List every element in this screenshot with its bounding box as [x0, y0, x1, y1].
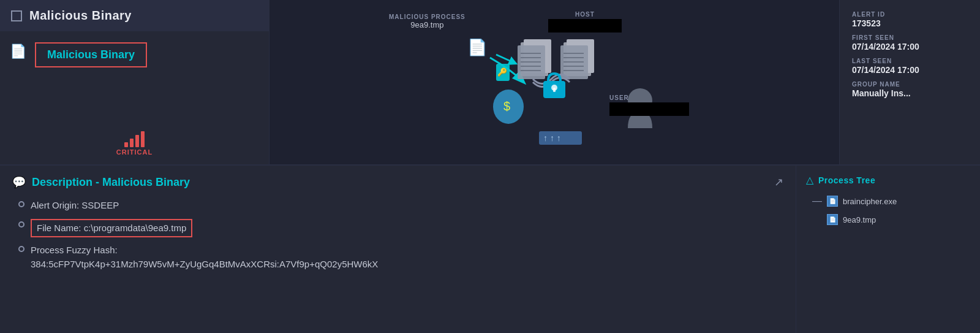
right-panel: ALERT ID 173523 FIRST SEEN 07/14/2024 17… — [839, 0, 980, 164]
alert-id-label: ALERT ID — [852, 11, 968, 18]
svg-point-22 — [493, 90, 524, 124]
critical-label: CRITICAL — [116, 148, 153, 156]
process-tree-title: Process Tree — [818, 175, 875, 185]
desc-item-1: Alert Origin: SSDEEP — [18, 199, 783, 213]
last-seen-label: LAST SEEN — [852, 58, 968, 64]
svg-text:📄: 📄 — [467, 37, 488, 57]
host-label-title: HOST — [548, 11, 622, 18]
bullet-2 — [18, 221, 24, 228]
process-label-title: MALICIOUS PROCESS — [389, 13, 466, 20]
tree-items: — 📄 braincipher.exe 📄 9ea9.tmp — [806, 196, 970, 225]
group-name-row: GROUP NAME Manually Ins... — [852, 81, 968, 98]
first-seen-value: 07/14/2024 17:00 — [852, 42, 968, 52]
svg-rect-4 — [521, 42, 548, 76]
user-label-title: USER — [609, 94, 689, 101]
svg-rect-1 — [496, 64, 510, 81]
viz-container: MALICIOUS PROCESS 9ea9.tmp HOST 📄 🔑 — [377, 9, 732, 156]
braincipher-name: braincipher.exe — [843, 197, 897, 206]
first-seen-label: FIRST SEEN — [852, 34, 968, 41]
critical-bars-icon — [124, 131, 145, 147]
description-icon: 💬 — [12, 175, 26, 189]
first-seen-row: FIRST SEEN 07/14/2024 17:00 — [852, 34, 968, 52]
desc-item-1-text: Alert Origin: SSDEEP — [31, 199, 119, 213]
svg-text:$: $ — [503, 99, 510, 113]
tree-item-braincipher: — 📄 braincipher.exe — [812, 196, 970, 207]
alert-id-value: 173523 — [852, 18, 968, 28]
user-label: USER — [609, 94, 689, 116]
svg-point-20 — [551, 85, 557, 91]
host-label: HOST — [548, 11, 622, 33]
panel-header: Malicious Binary — [0, 0, 269, 31]
tree-icon: △ — [806, 174, 813, 186]
bar-4 — [141, 131, 145, 147]
group-name-value: Manually Ins... — [852, 88, 968, 98]
panel-body: 📄 Malicious Binary — [0, 31, 269, 131]
svg-text:↑ ↑ ↑: ↑ ↑ ↑ — [543, 133, 561, 143]
alert-id-row: ALERT ID 173523 — [852, 11, 968, 28]
svg-rect-3 — [524, 39, 551, 73]
bar-2 — [130, 139, 134, 147]
host-redacted-bar — [548, 19, 622, 33]
group-name-label: GROUP NAME — [852, 81, 968, 88]
left-panel: Malicious Binary 📄 Malicious Binary CRIT… — [0, 0, 270, 164]
description-list: Alert Origin: SSDEEP File Name: c:\progr… — [12, 199, 783, 271]
9ea9-name: 9ea9.tmp — [843, 215, 876, 224]
svg-rect-11 — [567, 39, 594, 73]
expand-icon[interactable]: ↗ — [774, 175, 783, 189]
document-icon: 📄 — [10, 44, 26, 59]
last-seen-value: 07/14/2024 17:00 — [852, 65, 968, 75]
tree-item-9ea9: 📄 9ea9.tmp — [812, 214, 970, 225]
header-checkbox[interactable] — [11, 10, 22, 21]
svg-rect-19 — [543, 81, 565, 98]
svg-text:🔑: 🔑 — [497, 67, 508, 77]
user-redacted-bar — [609, 102, 689, 116]
bar-1 — [124, 142, 128, 147]
last-seen-row: LAST SEEN 07/14/2024 17:00 — [852, 58, 968, 75]
description-panel: 💬 Description - Malicious Binary ↗ Alert… — [0, 166, 796, 333]
process-label: MALICIOUS PROCESS 9ea9.tmp — [389, 13, 466, 29]
braincipher-file-icon: 📄 — [827, 196, 838, 207]
bullet-3 — [18, 246, 24, 252]
description-title: Description - Malicious Binary — [32, 176, 190, 189]
visualization-panel: MALICIOUS PROCESS 9ea9.tmp HOST 📄 🔑 — [270, 0, 839, 164]
malicious-binary-item[interactable]: Malicious Binary — [35, 42, 147, 67]
svg-rect-21 — [553, 88, 556, 92]
critical-badge: CRITICAL — [0, 131, 269, 164]
process-tree-header: △ Process Tree — [806, 174, 970, 186]
description-header: 💬 Description - Malicious Binary ↗ — [12, 175, 783, 189]
bar-3 — [135, 135, 139, 147]
desc-item-2-text: File Name: c:\programdata\9ea9.tmp — [31, 219, 192, 238]
panel-header-title: Malicious Binary — [29, 9, 132, 23]
process-name: 9ea9.tmp — [389, 20, 466, 29]
svg-rect-25 — [539, 131, 582, 145]
svg-rect-5 — [518, 45, 545, 79]
tree-root-connector: — — [812, 196, 822, 207]
desc-item-3-text: Process Fuzzy Hash:384:5cFP7VtpK4p+31Mzh… — [31, 243, 378, 271]
9ea9-file-icon: 📄 — [827, 214, 838, 225]
desc-item-2: File Name: c:\programdata\9ea9.tmp — [18, 219, 783, 238]
bullet-1 — [18, 201, 24, 207]
description-title-row: 💬 Description - Malicious Binary — [12, 175, 190, 189]
desc-item-3: Process Fuzzy Hash:384:5cFP7VtpK4p+31Mzh… — [18, 243, 783, 271]
process-tree-panel: △ Process Tree — 📄 braincipher.exe 📄 9ea… — [796, 166, 980, 333]
svg-rect-13 — [560, 45, 588, 79]
svg-rect-12 — [564, 42, 591, 76]
